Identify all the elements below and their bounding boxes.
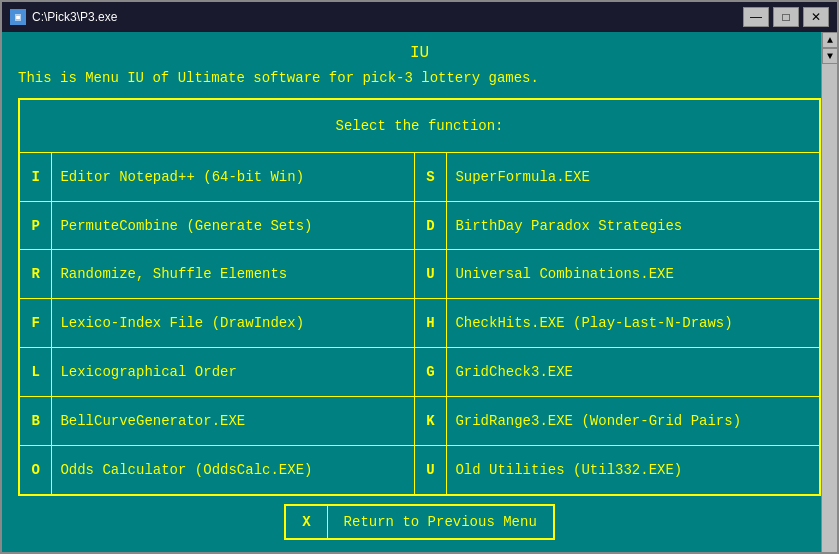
table-row: F Lexico-Index File (DrawIndex) H CheckH… [19, 299, 820, 348]
desc-bellcurve[interactable]: BellCurveGenerator.EXE [52, 396, 414, 445]
desc-checkhits[interactable]: CheckHits.EXE (Play-Last-N-Draws) [447, 299, 820, 348]
desc-oldutils[interactable]: Old Utilities (Util332.EXE) [447, 445, 820, 495]
key-l[interactable]: L [19, 348, 52, 397]
close-button[interactable]: ✕ [803, 7, 829, 27]
key-s[interactable]: S [414, 152, 447, 201]
key-r[interactable]: R [19, 250, 52, 299]
table-row: B BellCurveGenerator.EXE K GridRange3.EX… [19, 396, 820, 445]
desc-lexicographical[interactable]: Lexicographical Order [52, 348, 414, 397]
key-h[interactable]: H [414, 299, 447, 348]
table-row: P PermuteCombine (Generate Sets) D Birth… [19, 201, 820, 250]
menu-table: Select the function: I Editor Notepad++ … [18, 98, 821, 496]
desc-lexico[interactable]: Lexico-Index File (DrawIndex) [52, 299, 414, 348]
desc-gridrange[interactable]: GridRange3.EXE (Wonder-Grid Pairs) [447, 396, 820, 445]
return-table: X Return to Previous Menu [284, 504, 555, 540]
key-i[interactable]: I [19, 152, 52, 201]
bottom-row: X Return to Previous Menu [18, 504, 821, 540]
desc-randomize[interactable]: Randomize, Shuffle Elements [52, 250, 414, 299]
key-o[interactable]: O [19, 445, 52, 495]
return-row: X Return to Previous Menu [285, 505, 554, 539]
key-p[interactable]: P [19, 201, 52, 250]
table-header-row: Select the function: [19, 99, 820, 152]
key-f[interactable]: F [19, 299, 52, 348]
window-title: C:\Pick3\P3.exe [32, 10, 117, 24]
title-bar-controls: — □ ✕ [743, 7, 829, 27]
scroll-down-button[interactable]: ▼ [822, 48, 838, 64]
menu-description: This is Menu IU of Ultimate software for… [18, 70, 821, 86]
minimize-button[interactable]: — [743, 7, 769, 27]
key-g[interactable]: G [414, 348, 447, 397]
desc-editor[interactable]: Editor Notepad++ (64-bit Win) [52, 152, 414, 201]
key-k[interactable]: K [414, 396, 447, 445]
desc-odds[interactable]: Odds Calculator (OddsCalc.EXE) [52, 445, 414, 495]
desc-birthday[interactable]: BirthDay Paradox Strategies [447, 201, 820, 250]
key-b[interactable]: B [19, 396, 52, 445]
content-area: IU This is Menu IU of Ultimate software … [2, 32, 837, 552]
desc-superformula[interactable]: SuperFormula.EXE [447, 152, 820, 201]
key-d[interactable]: D [414, 201, 447, 250]
return-label[interactable]: Return to Previous Menu [327, 505, 554, 539]
table-row: R Randomize, Shuffle Elements U Universa… [19, 250, 820, 299]
desc-universal[interactable]: Universal Combinations.EXE [447, 250, 820, 299]
table-row: O Odds Calculator (OddsCalc.EXE) U Old U… [19, 445, 820, 495]
return-key[interactable]: X [285, 505, 327, 539]
title-bar: ▣ C:\Pick3\P3.exe — □ ✕ [2, 2, 837, 32]
scrollbar[interactable]: ▲ ▼ [821, 32, 837, 552]
key-u[interactable]: U [414, 250, 447, 299]
table-row: L Lexicographical Order G GridCheck3.EXE [19, 348, 820, 397]
app-icon: ▣ [10, 9, 26, 25]
table-row: I Editor Notepad++ (64-bit Win) S SuperF… [19, 152, 820, 201]
main-window: ▣ C:\Pick3\P3.exe — □ ✕ IU This is Menu … [0, 0, 839, 554]
desc-permute[interactable]: PermuteCombine (Generate Sets) [52, 201, 414, 250]
key-u2[interactable]: U [414, 445, 447, 495]
desc-gridcheck[interactable]: GridCheck3.EXE [447, 348, 820, 397]
title-bar-left: ▣ C:\Pick3\P3.exe [10, 9, 117, 25]
maximize-button[interactable]: □ [773, 7, 799, 27]
scroll-up-button[interactable]: ▲ [822, 32, 838, 48]
select-label: Select the function: [19, 99, 820, 152]
menu-title: IU [18, 44, 821, 62]
